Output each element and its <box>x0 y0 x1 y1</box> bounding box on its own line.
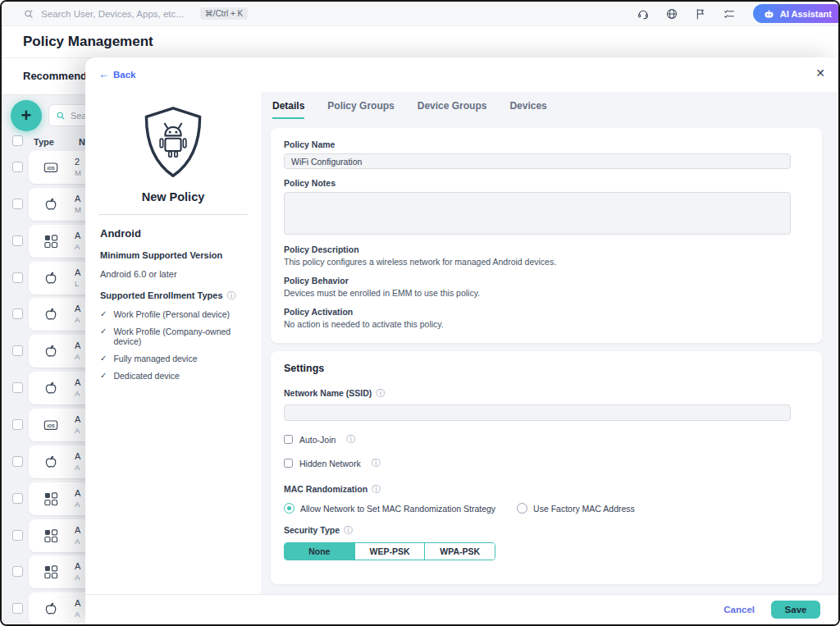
tasklist-icon[interactable] <box>723 7 736 21</box>
topbar-utilities: AI Assistant <box>637 4 838 23</box>
security-type-segmented: NoneWEP-PSKWPA-PSK <box>284 542 495 560</box>
global-search[interactable]: Search User, Devices, Apps, etc... ⌘/Ctr… <box>23 7 248 20</box>
info-icon[interactable]: ⓘ <box>372 457 381 469</box>
checkbox-icon <box>284 459 293 468</box>
new-policy-modal: ← Back ✕ New Policy <box>85 57 838 624</box>
enrollment-type-item: ✓Work Profile (Company-owned device) <box>100 327 246 346</box>
policy-notes-label: Policy Notes <box>284 178 809 188</box>
settings-heading: Settings <box>284 363 809 374</box>
security-option-none[interactable]: None <box>285 543 354 560</box>
row-checkbox[interactable] <box>12 162 23 172</box>
row-checkbox[interactable] <box>12 493 23 504</box>
modal-footer: Cancel Save <box>85 594 838 624</box>
check-icon: ✓ <box>100 354 107 363</box>
checkbox-icon <box>284 435 293 444</box>
row-checkbox[interactable] <box>12 345 23 356</box>
grid-icon <box>43 564 59 580</box>
apple-icon <box>43 380 59 396</box>
check-icon: ✓ <box>100 327 107 336</box>
policy-summary-sidebar: New Policy Android Minimum Supported Ver… <box>85 92 261 594</box>
ssid-input[interactable] <box>284 404 791 421</box>
grid-icon <box>43 528 59 544</box>
search-icon <box>23 8 34 20</box>
ios-badge-icon: iOS <box>43 159 59 176</box>
plus-icon: + <box>21 105 32 126</box>
svg-text:iOS: iOS <box>47 423 55 428</box>
row-checkbox[interactable] <box>12 456 23 467</box>
app-window: Search User, Devices, Apps, etc... ⌘/Ctr… <box>0 0 840 626</box>
hidden-network-checkbox[interactable]: Hidden Network ⓘ <box>284 457 809 469</box>
radio-icon <box>517 503 527 514</box>
search-placeholder: Search User, Devices, Apps, etc... <box>41 9 184 19</box>
back-button[interactable]: ← Back <box>98 68 136 80</box>
row-checkbox[interactable] <box>12 419 23 430</box>
policy-form-area: DetailsPolicy GroupsDevice GroupsDevices… <box>261 92 838 594</box>
row-checkbox[interactable] <box>12 235 23 246</box>
row-checkbox[interactable] <box>12 530 23 541</box>
globe-icon[interactable] <box>665 7 678 21</box>
back-arrow-icon: ← <box>98 68 109 80</box>
policy-modal-title: New Policy <box>85 190 261 203</box>
enrollment-type-item: ✓Dedicated device <box>100 371 246 381</box>
platform-name: Android <box>100 227 246 240</box>
details-card: Policy Name Policy Notes Policy Descript… <box>271 128 822 343</box>
policy-name-label: Policy Name <box>284 139 809 149</box>
apple-icon <box>43 306 59 322</box>
radio-icon <box>284 503 294 514</box>
topbar: Search User, Devices, Apps, etc... ⌘/Ctr… <box>2 2 838 26</box>
tab-device-groups[interactable]: Device Groups <box>418 100 487 119</box>
save-button[interactable]: Save <box>771 601 820 619</box>
policy-activation-text: No action is needed to activate this pol… <box>284 319 809 329</box>
row-checkbox[interactable] <box>12 603 23 614</box>
row-checkbox[interactable] <box>12 272 23 283</box>
row-checkbox[interactable] <box>12 199 23 209</box>
search-shortcut-badge: ⌘/Ctrl + K <box>200 7 248 20</box>
security-option-wep-psk[interactable]: WEP-PSK <box>354 543 425 560</box>
enrollment-type-item: ✓Fully managed device <box>100 354 246 363</box>
tab-details[interactable]: Details <box>272 100 304 119</box>
modal-tabs: DetailsPolicy GroupsDevice GroupsDevices <box>272 100 547 119</box>
column-type: Type <box>34 137 54 147</box>
add-policy-button[interactable]: + <box>11 100 42 131</box>
ai-bot-icon <box>763 9 775 19</box>
policy-notes-input[interactable] <box>284 192 791 235</box>
flag-icon[interactable] <box>694 7 707 21</box>
headset-icon[interactable] <box>637 7 650 21</box>
policy-name-input[interactable] <box>284 153 791 169</box>
policy-description-label: Policy Description <box>284 244 809 254</box>
policy-description-text: This policy configures a wireless networ… <box>284 257 809 267</box>
settings-card: Settings Network Name (SSID)ⓘ Auto-Join … <box>271 351 822 584</box>
grid-icon <box>43 491 59 507</box>
info-icon[interactable]: ⓘ <box>372 484 381 494</box>
column-name: N <box>79 137 85 147</box>
ssid-label: Network Name (SSID)ⓘ <box>284 387 809 400</box>
svg-text:iOS: iOS <box>47 166 55 171</box>
close-icon[interactable]: ✕ <box>815 66 825 80</box>
auto-join-checkbox[interactable]: Auto-Join ⓘ <box>284 433 809 446</box>
info-icon[interactable]: ⓘ <box>346 433 355 446</box>
policy-behavior-text: Devices must be enrolled in EMM to use t… <box>284 288 809 298</box>
mac-options-group: Allow Network to Set MAC Randomization S… <box>284 503 809 514</box>
mac-option-use-factory-mac-address[interactable]: Use Factory MAC Address <box>517 503 635 514</box>
tab-devices[interactable]: Devices <box>509 100 546 119</box>
enrollment-type-item: ✓Work Profile (Personal device) <box>100 309 246 319</box>
ai-assistant-button[interactable]: AI Assistant <box>753 4 840 23</box>
row-checkbox[interactable] <box>12 566 23 577</box>
min-version-label: Minimum Supported Version <box>100 250 246 260</box>
row-checkbox[interactable] <box>12 382 23 393</box>
info-icon[interactable]: ⓘ <box>344 525 353 535</box>
grid-icon <box>43 233 59 249</box>
page-title: Policy Management <box>23 34 153 50</box>
security-option-wpa-psk[interactable]: WPA-PSK <box>424 543 495 560</box>
info-icon[interactable]: ⓘ <box>227 290 236 300</box>
policy-behavior-label: Policy Behavior <box>284 276 809 286</box>
info-icon[interactable]: ⓘ <box>376 388 385 398</box>
cancel-button[interactable]: Cancel <box>724 605 755 615</box>
mac-option-allow-network-to-set-mac-randomization-strategy[interactable]: Allow Network to Set MAC Randomization S… <box>284 503 495 514</box>
apple-icon <box>43 196 59 212</box>
tab-policy-groups[interactable]: Policy Groups <box>327 100 394 119</box>
row-checkbox[interactable] <box>12 308 23 319</box>
security-type-label: Security Typeⓘ <box>284 524 809 537</box>
select-all-checkbox[interactable] <box>12 135 23 146</box>
mac-randomization-label: MAC Randomizationⓘ <box>284 483 809 496</box>
